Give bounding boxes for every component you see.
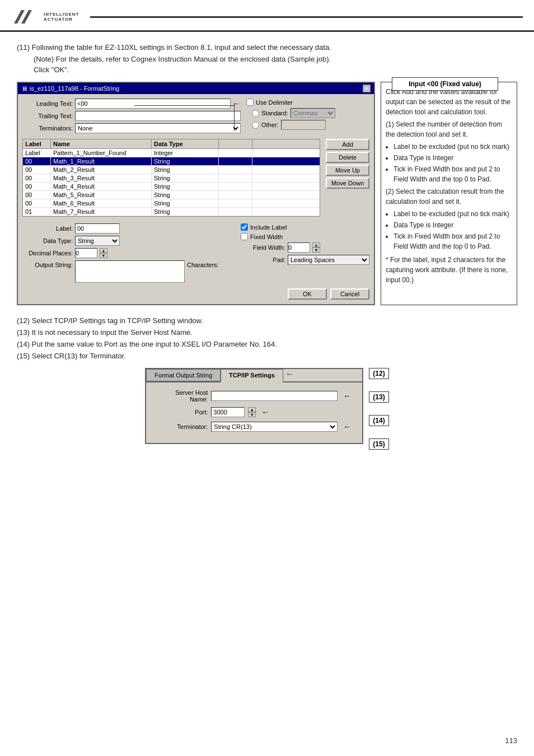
terminator-select[interactable]: String CR(13) xyxy=(211,422,338,432)
ok-cancel-row: OK Cancel xyxy=(22,288,369,300)
callout-14: (14) xyxy=(369,415,388,426)
sidebar-bullet-1-1: Label to be excluded (put no tick mark) xyxy=(394,142,512,152)
trailing-text-row: Trailing Text: xyxy=(22,111,241,121)
dialog-body: Leading Text: ← Trailing Text: Terminato… xyxy=(18,94,374,304)
server-host-label: Server Host Name: xyxy=(157,389,208,403)
sidebar-bullet-2-3: Tick in Fixed Width box and put 2 to Fie… xyxy=(394,231,512,251)
include-label-checkbox[interactable] xyxy=(241,223,248,231)
decimal-spinner[interactable]: ▲ ▼ xyxy=(100,248,107,258)
table-row[interactable]: 00 Math_6_Result String xyxy=(23,199,320,208)
other-radio[interactable] xyxy=(252,122,259,129)
tcpip-window: Format Output String TCP/IP Settings ← S… xyxy=(145,368,363,444)
tcpip-diagram: Format Output String TCP/IP Settings ← S… xyxy=(17,368,517,450)
field-width-spin-down[interactable]: ▼ xyxy=(312,248,320,253)
include-label-row: Include Label xyxy=(241,223,369,231)
use-delimiter-checkbox[interactable] xyxy=(246,99,254,106)
table-row[interactable]: 01 Math_7_Result String xyxy=(23,208,320,216)
sidebar-bullets-2: Label to be excluded (put no tick mark) … xyxy=(394,209,512,251)
click-ok-text: Click "OK". xyxy=(34,66,517,74)
results-table: Label Name Data Type Label Pattern_1_Num… xyxy=(22,139,320,217)
dialog-icon: 🖥 xyxy=(21,85,27,92)
dialog-title: is_ez110_117a98 - FormatString xyxy=(30,85,119,92)
step13-text: (13) It is not necessary to input the Se… xyxy=(17,328,517,337)
decimal-spin-up[interactable]: ▲ xyxy=(100,248,107,253)
delete-button[interactable]: Delete xyxy=(326,152,369,163)
page-number: 113 xyxy=(505,736,517,745)
fixed-width-checkbox[interactable] xyxy=(241,233,248,240)
port-input[interactable] xyxy=(211,407,245,417)
use-delimiter-label: Use Delimiter xyxy=(256,99,293,106)
terminators-select[interactable]: None xyxy=(75,123,241,133)
move-down-button[interactable]: Move Down xyxy=(326,178,369,189)
header: INTELLIGENT ACTUATOR xyxy=(0,0,534,32)
field-width-label: Field Width: xyxy=(241,244,285,251)
pad-select[interactable]: Leading Spaces xyxy=(288,255,369,265)
pad-row: Pad: Leading Spaces xyxy=(241,255,369,265)
dialog-titlebar: 🖥 is_ez110_117a98 - FormatString ✕ xyxy=(18,83,374,94)
port-spin-down[interactable]: ▼ xyxy=(248,412,256,417)
leading-text-label: Leading Text: xyxy=(22,100,73,107)
tcpip-tabs: Format Output String TCP/IP Settings ← xyxy=(146,369,362,382)
field-width-spin-up[interactable]: ▲ xyxy=(312,242,320,248)
table-row[interactable]: 00 Math_3_Result String xyxy=(23,174,320,183)
sidebar-bullets-1: Label to be excluded (put no tick mark) … xyxy=(394,142,512,184)
table-row[interactable]: 00 Math_4_Result String xyxy=(23,183,320,191)
server-host-input[interactable] xyxy=(211,391,338,401)
other-input[interactable] xyxy=(281,120,326,130)
data-type-label: Data Type: xyxy=(22,237,73,244)
label-edit-row: Label: xyxy=(22,223,237,234)
tcpip-body: Server Host Name: ← Port: ▲ ▼ ← Terminat… xyxy=(146,382,362,443)
trailing-text-input[interactable] xyxy=(75,111,241,121)
add-button[interactable]: Add xyxy=(326,139,369,150)
table-row[interactable]: 00 Math_1_Result String xyxy=(23,157,320,166)
standard-label: Standard: xyxy=(261,110,288,116)
standard-radio[interactable] xyxy=(252,110,259,117)
terminators-label: Terminators: xyxy=(22,125,73,132)
tcpip-settings-tab[interactable]: TCP/IP Settings xyxy=(221,369,283,382)
callout-13: (13) xyxy=(369,391,388,403)
move-up-button[interactable]: Move Up xyxy=(326,165,369,176)
steps-section: (12) Select TCP/IP Settings tag in TCP/I… xyxy=(17,316,517,360)
label-field-input[interactable] xyxy=(75,223,120,234)
arrow-vert xyxy=(234,103,235,131)
step12-text: (12) Select TCP/IP Settings tag in TCP/I… xyxy=(17,316,517,325)
col-name-header: Name xyxy=(51,139,152,148)
port-spin-up[interactable]: ▲ xyxy=(248,407,256,412)
left-fields: Leading Text: ← Trailing Text: Terminato… xyxy=(22,99,241,136)
decimal-input[interactable] xyxy=(75,248,97,258)
bottom-left-col: Label: Data Type: String xyxy=(22,223,237,285)
leading-arrow-icon: ← xyxy=(234,100,241,108)
format-output-tab[interactable]: Format Output String xyxy=(146,369,221,381)
output-string-row: Output String: Characters: xyxy=(22,260,237,283)
fixed-value-callout: Input <00 (Fixed value) xyxy=(392,77,498,91)
port-spinner[interactable]: ▲ ▼ xyxy=(248,407,256,417)
field-width-spinner[interactable]: ▲ ▼ xyxy=(312,242,320,253)
other-label: Other: xyxy=(261,122,279,128)
table-row[interactable]: 00 Math_5_Result String xyxy=(23,191,320,199)
diagram-area: Input <00 (Fixed value) 🖥 is_ez110_117a9… xyxy=(17,82,517,305)
col-extra-header xyxy=(219,139,252,148)
data-type-select[interactable]: String xyxy=(75,236,120,246)
sidebar-bullet-2-1: Label to be excluded (put no tick mark) xyxy=(394,209,512,219)
standard-combo[interactable]: Commas xyxy=(291,108,335,118)
arrow-leading xyxy=(134,105,235,106)
field-width-input[interactable] xyxy=(288,242,310,253)
cancel-button[interactable]: Cancel xyxy=(330,288,369,300)
dialog-close-button[interactable]: ✕ xyxy=(363,85,371,92)
fixed-width-row: Fixed Width xyxy=(241,233,369,240)
table-header: Label Name Data Type xyxy=(23,139,320,149)
dialog-container: Input <00 (Fixed value) 🖥 is_ez110_117a9… xyxy=(17,82,375,305)
sidebar-bullet-1-2: Data Type is Integer xyxy=(394,153,512,163)
table-row[interactable]: 00 Math_2_Result String xyxy=(23,166,320,174)
table-row[interactable]: Label Pattern_1_Number_Found Integer xyxy=(23,149,320,157)
sidebar-bullet-2-2: Data Type is Integer xyxy=(394,220,512,230)
tcpip-callout-numbers: (12) (13) (14) (15) xyxy=(369,368,388,450)
ok-button[interactable]: OK xyxy=(288,288,327,300)
step15-text: (15) Select CR(13) for Terminator. xyxy=(17,352,517,360)
right-sidebar: Click Add and the values available for o… xyxy=(381,82,517,305)
leading-text-input[interactable] xyxy=(75,99,231,109)
trailing-text-label: Trailing Text: xyxy=(22,113,73,119)
sidebar-select-calc: (2) Select the calculation result from t… xyxy=(386,186,512,207)
decimal-spin-down[interactable]: ▼ xyxy=(100,253,107,258)
tab-arrow-icon: ← xyxy=(285,369,294,381)
